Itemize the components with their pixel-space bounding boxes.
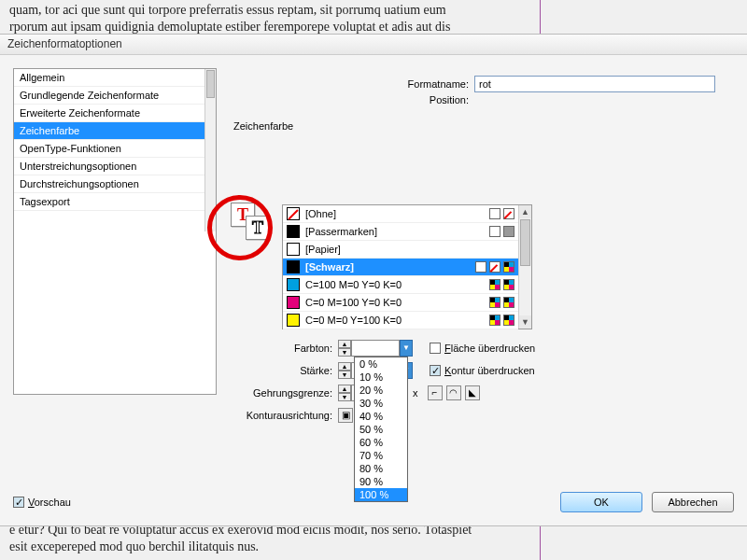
dialog-titlebar: Zeichenformatoptionen [0,35,747,55]
dropdown-item[interactable]: 70 % [355,449,407,462]
category-scrollbar[interactable] [204,69,216,231]
dropdown-item[interactable]: 20 % [355,384,407,397]
stroke-align-label: Konturausrichtung: [239,410,338,421]
fill-stroke-toggle[interactable]: T T [231,203,274,242]
background-body-text: quam, tor aci que sunt qui torpore prefe… [0,0,747,36]
swatch-flags [489,208,514,219]
swatch-flags [489,226,514,237]
swatch-name: C=0 M=100 Y=0 K=0 [305,297,484,308]
swatch-flags [475,261,514,273]
swatch-name: [Passermarken] [305,226,484,237]
join-bevel-icon[interactable]: ◣ [465,385,480,400]
stroke-color-icon[interactable]: T [246,216,270,240]
swatch-name: C=0 M=0 Y=100 K=0 [305,315,484,326]
join-miter-icon[interactable]: ⌐ [428,385,443,400]
dropdown-item[interactable]: 0 % [355,357,407,371]
swatch-name: [Schwarz] [305,261,470,273]
swatch-color-icon [287,314,300,327]
dropdown-item[interactable]: 10 % [355,371,407,384]
swatch-scrollbar[interactable]: ▲ ▼ [518,205,531,329]
position-label: Position: [392,94,469,105]
swatch-color-icon [287,278,300,291]
formatname-input[interactable] [474,76,715,92]
overprint-stroke-checkbox[interactable]: ✓ Kontur überdrucken [430,365,535,376]
dropdown-item[interactable]: 40 % [355,410,407,423]
swatch-flags [489,279,514,290]
ok-button[interactable]: OK [560,492,642,512]
swatch-color-icon [287,296,300,309]
tint-dropdown-list[interactable]: 0 %10 %20 %30 %40 %50 %60 %70 %80 %90 %1… [354,357,408,502]
dropdown-item[interactable]: 100 % [355,488,407,501]
preview-checkbox[interactable]: ✓ Vorschau [13,497,71,508]
tint-stepper[interactable]: ▲▼ ▼ [338,340,413,357]
swatch-color-icon [287,243,300,256]
category-item[interactable]: Erweiterte Zeichenformate [14,105,216,122]
category-item[interactable]: Zeichenfarbe [14,122,216,140]
category-item[interactable]: Grundlegende Zeichenformate [14,87,216,105]
section-title: Zeichenfarbe [233,120,293,132]
overprint-fill-label: Fläche überdrucken [444,343,535,354]
swatch-row[interactable]: C=100 M=0 Y=0 K=0 [283,276,518,294]
overprint-fill-checkbox[interactable]: Fläche überdrucken [430,343,535,354]
swatch-row[interactable]: [Ohne] [283,205,518,223]
character-style-options-dialog: Zeichenformatoptionen AllgemeinGrundlege… [0,34,747,526]
category-item[interactable]: OpenType-Funktionen [14,140,216,158]
swatch-flags [489,297,514,308]
category-item[interactable]: Unterstreichungsoptionen [14,158,216,175]
miter-label: Gehrungsgrenze: [239,387,338,399]
dialog-title: Zeichenformatoptionen [7,37,122,50]
dropdown-item[interactable]: 80 % [355,462,407,475]
dropdown-item[interactable]: 90 % [355,475,407,488]
category-item[interactable]: Durchstreichungsoptionen [14,175,216,193]
cancel-button[interactable]: Abbrechen [652,492,734,512]
swatch-list[interactable]: [Ohne][Passermarken][Papier][Schwarz]C=1… [282,204,532,329]
dropdown-item[interactable]: 30 % [355,397,407,410]
category-list[interactable]: AllgemeinGrundlegende ZeichenformateErwe… [13,68,217,395]
swatch-name: [Papier] [305,244,509,255]
swatch-name: C=100 M=0 Y=0 K=0 [305,279,484,290]
tint-label: Farbton: [239,343,338,354]
category-item[interactable]: Tagsexport [14,193,216,211]
swatch-name: [Ohne] [305,208,484,219]
weight-label: Stärke: [239,365,338,376]
swatch-row[interactable]: C=0 M=0 Y=100 K=0 [283,312,518,329]
align-center-icon[interactable]: ▣ [338,408,353,423]
miter-x-label: x [413,387,418,399]
dropdown-item[interactable]: 60 % [355,436,407,449]
dropdown-item[interactable]: 50 % [355,423,407,436]
tint-dropdown-button[interactable]: ▼ [400,340,413,357]
overprint-stroke-label: Kontur überdrucken [444,365,535,376]
swatch-color-icon [287,225,300,238]
tint-field[interactable] [351,340,400,357]
category-item[interactable]: Allgemein [14,69,216,87]
swatch-color-icon [287,207,300,220]
swatch-row[interactable]: [Schwarz] [283,259,518,276]
join-round-icon[interactable]: ◠ [446,385,461,400]
swatch-flags [489,315,514,326]
swatch-row[interactable]: [Papier] [283,241,518,259]
swatch-row[interactable]: C=0 M=100 Y=0 K=0 [283,294,518,312]
formatname-label: Formatname: [392,78,469,90]
preview-label: Vorschau [28,497,71,508]
swatch-row[interactable]: [Passermarken] [283,223,518,241]
swatch-color-icon [287,260,300,273]
